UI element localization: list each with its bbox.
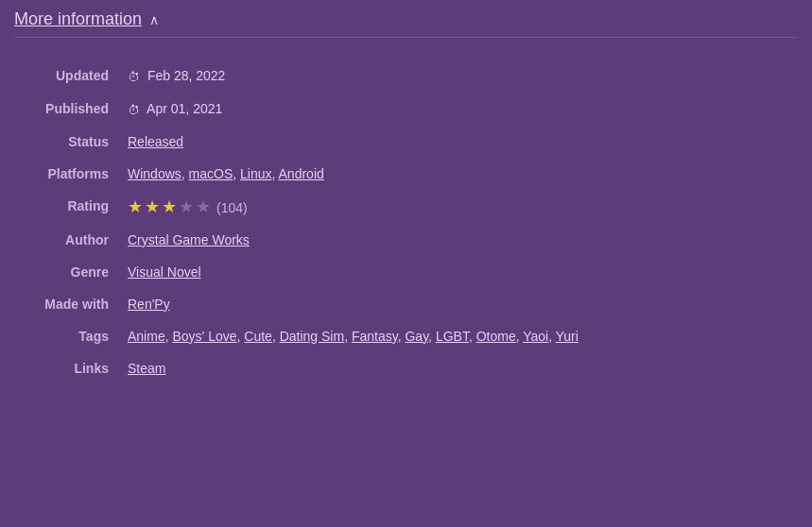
date-text: Apr 01, 2021 (144, 101, 222, 116)
separator: , (469, 329, 476, 344)
info-link[interactable]: Cute (244, 329, 272, 344)
row-value: Ren'Py (128, 291, 798, 317)
table-row: AuthorCrystal Game Works (14, 227, 798, 253)
separator: , (428, 329, 436, 344)
separator: , (272, 166, 279, 181)
rating-count: (104) (216, 200, 248, 215)
star-filled-icon: ★ (145, 198, 160, 215)
info-link[interactable]: Gay (405, 329, 428, 344)
row-label: Published (14, 95, 128, 123)
info-link[interactable]: Dating Sim (280, 329, 344, 344)
info-link[interactable]: Boys' Love (172, 329, 236, 344)
star-empty-icon: ★ (179, 198, 194, 215)
row-label: Updated (14, 62, 128, 90)
info-link[interactable]: Crystal Game Works (128, 232, 250, 247)
table-row: Made withRen'Py (14, 291, 798, 317)
star-filled-icon: ★ (162, 198, 177, 215)
info-link[interactable]: Linux (240, 166, 271, 181)
table-row: GenreVisual Novel (14, 259, 798, 285)
info-link[interactable]: Steam (128, 361, 165, 376)
row-label: Rating (14, 193, 128, 221)
info-link[interactable]: Windows (128, 166, 181, 181)
row-value: Crystal Game Works (128, 227, 798, 253)
separator: , (181, 166, 189, 181)
table-row: Updated⏱ Feb 28, 2022 (14, 62, 798, 90)
stars-container: ★★★★★ (128, 198, 211, 215)
more-information-panel: More information ∧ Updated⏱ Feb 28, 2022… (14, 9, 798, 387)
row-label: Made with (14, 291, 128, 317)
info-link[interactable]: Released (128, 134, 183, 149)
info-link[interactable]: Yuri (556, 329, 579, 344)
info-link[interactable]: Yaoi (523, 329, 548, 344)
table-row: TagsAnime, Boys' Love, Cute, Dating Sim,… (14, 323, 798, 349)
info-table: Updated⏱ Feb 28, 2022Published⏱ Apr 01, … (14, 57, 798, 387)
table-row: LinksSteam (14, 355, 798, 382)
row-label: Links (14, 355, 128, 382)
table-row: Rating★★★★★(104) (14, 193, 798, 221)
star-filled-icon: ★ (128, 198, 143, 215)
info-link[interactable]: Anime (128, 329, 165, 344)
row-value: ⏱ Apr 01, 2021 (128, 95, 798, 123)
info-link[interactable]: LGBT (436, 329, 469, 344)
clock-icon: ⏱ (128, 103, 140, 117)
row-value: Windows, macOS, Linux, Android (128, 161, 798, 187)
info-link[interactable]: Fantasy (352, 329, 398, 344)
table-row: PlatformsWindows, macOS, Linux, Android (14, 161, 798, 187)
separator: , (548, 329, 556, 344)
info-link[interactable]: macOS (189, 166, 233, 181)
date-text: Feb 28, 2022 (144, 68, 225, 83)
row-label: Status (14, 128, 128, 155)
row-value: ⏱ Feb 28, 2022 (128, 62, 798, 90)
info-link[interactable]: Visual Novel (128, 264, 201, 280)
clock-icon: ⏱ (128, 70, 140, 84)
table-row: StatusReleased (14, 128, 798, 155)
info-link[interactable]: Android (279, 166, 324, 181)
row-value: Visual Novel (128, 259, 798, 285)
row-value: Released (128, 128, 798, 155)
separator: , (272, 329, 280, 344)
row-value: Anime, Boys' Love, Cute, Dating Sim, Fan… (128, 323, 798, 349)
star-empty-icon: ★ (196, 198, 211, 215)
table-row: Published⏱ Apr 01, 2021 (14, 95, 798, 123)
info-link[interactable]: Ren'Py (128, 297, 170, 312)
row-value: ★★★★★(104) (128, 193, 798, 221)
separator: , (344, 329, 352, 344)
info-link[interactable]: Otome (476, 329, 516, 344)
row-label: Author (14, 227, 128, 253)
section-header: More information ∧ (14, 9, 798, 38)
more-information-link[interactable]: More information (14, 9, 142, 29)
row-value: Steam (128, 355, 798, 382)
row-label: Platforms (14, 161, 128, 187)
row-label: Tags (14, 323, 128, 349)
row-label: Genre (14, 259, 128, 285)
separator: , (233, 166, 240, 181)
chevron-up-icon: ∧ (149, 12, 159, 27)
